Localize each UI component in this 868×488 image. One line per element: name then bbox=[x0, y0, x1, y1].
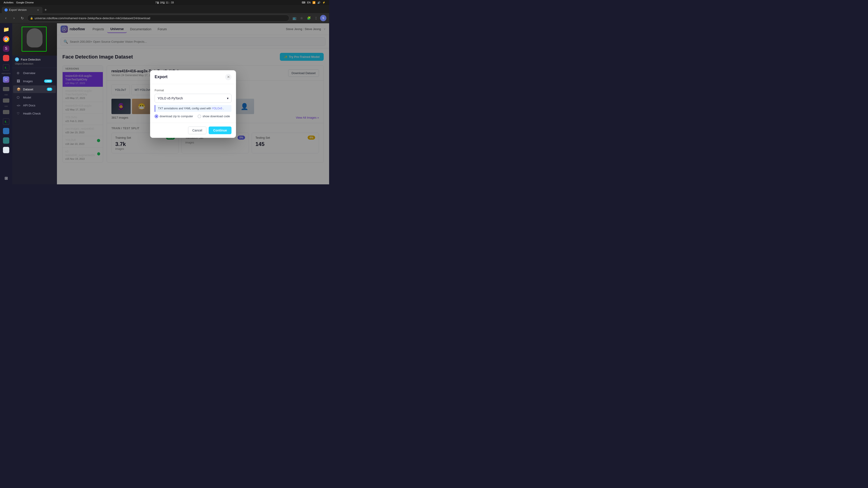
back-button[interactable]: ‹ bbox=[3, 15, 9, 21]
download-options: download zip to computer show download c… bbox=[155, 115, 231, 118]
taskbar-power: ⚡ bbox=[322, 1, 326, 4]
app-dock: 📁 S $_ REPOSTO ⬡ SSD SSD bbox=[0, 23, 12, 184]
format-select[interactable]: YOLO v5 PyTorch ▾ bbox=[155, 94, 231, 103]
new-tab-button[interactable]: + bbox=[42, 7, 49, 13]
bookmark-button[interactable]: ☆ bbox=[298, 15, 305, 21]
browser-label[interactable]: Google Chrome bbox=[16, 1, 34, 4]
info-banner: TXT annotations and YAML config used wit… bbox=[155, 105, 231, 112]
dock-ssd3[interactable] bbox=[2, 107, 11, 117]
sidebar-item-dataset[interactable]: 📦 Dataset 17 bbox=[13, 86, 56, 93]
export-modal: Export ✕ Format YOLO v5 PyTorch ▾ TXT a bbox=[150, 70, 236, 138]
dock-ssd1-label: SSD bbox=[4, 94, 8, 96]
forward-button[interactable]: › bbox=[11, 15, 17, 21]
info-text-prefix: TXT annotations and YAML config used wit… bbox=[158, 107, 212, 110]
model-label: Model bbox=[23, 96, 31, 99]
activities-label[interactable]: Activities bbox=[4, 1, 13, 4]
show-code-radio[interactable] bbox=[197, 115, 201, 118]
show-code-option[interactable]: show download code bbox=[197, 115, 230, 118]
sidebar-item-model[interactable]: ⬡ Model bbox=[13, 94, 56, 101]
overview-label: Overview bbox=[23, 71, 35, 75]
tab-close-btn[interactable]: ✕ bbox=[36, 8, 40, 12]
dock-browser[interactable] bbox=[2, 35, 11, 43]
dock-app6[interactable] bbox=[2, 136, 11, 145]
dock-app4[interactable] bbox=[2, 54, 11, 63]
menu-button[interactable]: ⋮ bbox=[313, 15, 319, 21]
browser-tab-active[interactable]: Export Version ✕ bbox=[2, 7, 42, 13]
sidebar-item-api-docs[interactable]: </> API Docs bbox=[13, 102, 56, 109]
dock-terminal[interactable]: $_ bbox=[2, 63, 11, 72]
download-zip-radio[interactable] bbox=[155, 115, 158, 118]
chevron-down-icon: ▾ bbox=[227, 96, 228, 100]
tab-favicon bbox=[4, 8, 8, 11]
dock-ssd2[interactable] bbox=[2, 96, 11, 105]
download-zip-label: download zip to computer bbox=[160, 115, 193, 118]
dock-app5[interactable] bbox=[2, 127, 11, 135]
dock-cube[interactable]: ⬡ bbox=[2, 75, 11, 84]
cancel-button[interactable]: Cancel bbox=[188, 127, 207, 134]
format-select-wrapper: YOLO v5 PyTorch ▾ bbox=[155, 94, 231, 103]
cast-button[interactable]: 📺 bbox=[291, 15, 298, 21]
address-text: universe.roboflow.com/mohamed-traore-2ek… bbox=[35, 17, 150, 20]
main-layout: 📁 S $_ REPOSTO ⬡ SSD SSD bbox=[0, 23, 329, 184]
address-bar[interactable]: 🔒 universe.roboflow.com/mohamed-traore-2… bbox=[27, 15, 289, 22]
modal-footer: Cancel Continue bbox=[150, 123, 236, 138]
format-field-label: Format bbox=[155, 89, 231, 92]
health-label: Health Check bbox=[23, 112, 41, 115]
modal-title: Export bbox=[155, 74, 167, 79]
browser-chrome: Export Version ✕ + ‹ › ↻ 🔒 universe.robo… bbox=[0, 5, 329, 23]
sidebar-project-name: 👁 Face Detection bbox=[12, 56, 57, 62]
yolov5-link[interactable]: YOLOv5 bbox=[212, 107, 222, 110]
api-icon: </> bbox=[17, 104, 21, 107]
dock-slack[interactable]: S bbox=[2, 44, 11, 53]
api-label: API Docs bbox=[23, 104, 35, 107]
show-code-label: show download code bbox=[203, 115, 230, 118]
download-zip-option[interactable]: download zip to computer bbox=[155, 115, 193, 118]
dock-files[interactable]: 📁 bbox=[2, 25, 11, 34]
reload-button[interactable]: ↻ bbox=[19, 15, 25, 21]
project-type-label: Object Detection bbox=[12, 62, 57, 67]
modal-close-button[interactable]: ✕ bbox=[225, 74, 231, 80]
profile-button[interactable]: S bbox=[320, 15, 327, 21]
taskbar-lang: EN bbox=[307, 1, 311, 4]
sidebar-item-health-check[interactable]: ♡ Health Check bbox=[13, 109, 56, 117]
dock-ssd1[interactable] bbox=[2, 85, 11, 94]
taskbar-volume: 🔊 bbox=[317, 1, 320, 4]
modal-overlay[interactable]: Export ✕ Format YOLO v5 PyTorch ▾ TXT a bbox=[57, 23, 329, 184]
images-badge: 1369 bbox=[44, 79, 52, 83]
lock-icon: 🔒 bbox=[30, 17, 33, 20]
modal-body: Format YOLO v5 PyTorch ▾ TXT annotations… bbox=[150, 84, 236, 123]
sidebar-preview bbox=[12, 23, 57, 56]
info-text-suffix: . bbox=[223, 107, 224, 110]
project-icon: 👁 bbox=[15, 57, 19, 61]
dock-grid[interactable]: ⊞ bbox=[2, 174, 11, 183]
main-content: roboflow Projects Universe Documentation… bbox=[57, 23, 329, 184]
dock-terminal2[interactable]: $_ bbox=[2, 117, 11, 126]
dataset-icon: 📦 bbox=[17, 88, 21, 91]
modal-header: Export ✕ bbox=[150, 70, 236, 84]
images-icon: 🖼 bbox=[17, 79, 21, 83]
health-icon: ♡ bbox=[17, 111, 21, 115]
extensions-button[interactable]: 🧩 bbox=[306, 15, 312, 21]
continue-button[interactable]: Continue bbox=[209, 127, 231, 134]
taskbar-network: 📶 bbox=[312, 1, 315, 4]
dataset-label: Dataset bbox=[23, 88, 33, 91]
taskbar-keyboard: ⌨ bbox=[302, 1, 305, 4]
sidebar-divider bbox=[12, 68, 57, 68]
overview-icon: ⊙ bbox=[17, 71, 21, 75]
sidebar-item-overview[interactable]: ⊙ Overview bbox=[13, 69, 56, 77]
datetime-label: 7월 18일 11：33 bbox=[155, 1, 174, 4]
sidebar-item-images[interactable]: 🖼 Images 1369 bbox=[13, 77, 56, 85]
browser-nav: ‹ › ↻ 🔒 universe.roboflow.com/mohamed-tr… bbox=[0, 13, 329, 23]
dataset-badge: 17 bbox=[47, 88, 52, 91]
dock-app7[interactable] bbox=[2, 145, 11, 155]
os-taskbar: Activities Google Chrome 7월 18일 11：33 ⌨ … bbox=[0, 0, 329, 5]
tab-title: Export Version bbox=[9, 8, 27, 11]
dock-ssd2-label: SSD bbox=[4, 105, 8, 107]
nav-right-buttons: 📺 ☆ 🧩 ⋮ S bbox=[291, 15, 327, 21]
nav-sidebar: 👁 Face Detection Object Detection ⊙ Over… bbox=[12, 23, 57, 184]
images-label: Images bbox=[23, 79, 33, 83]
browser-tabs: Export Version ✕ + bbox=[0, 5, 329, 13]
selected-format-text: YOLO v5 PyTorch bbox=[158, 96, 183, 100]
dock-reposto-label: REPOSTO bbox=[2, 72, 11, 74]
model-icon: ⬡ bbox=[17, 96, 21, 99]
